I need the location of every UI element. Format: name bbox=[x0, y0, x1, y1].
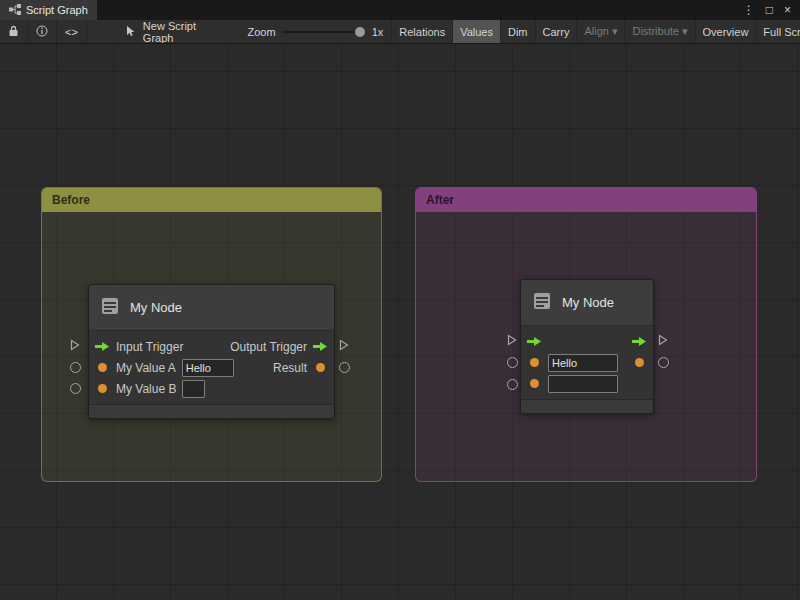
input-trigger-port-icon[interactable] bbox=[95, 341, 110, 353]
input-trigger-label: Input Trigger bbox=[116, 340, 183, 354]
window-menu-icon[interactable]: ⋮ bbox=[743, 3, 755, 17]
my-value-b-port-icon[interactable] bbox=[95, 383, 110, 395]
graph-name: New Script Graph bbox=[143, 20, 206, 44]
node-title: My Node bbox=[562, 295, 614, 310]
external-flow-port-icon[interactable] bbox=[507, 334, 517, 346]
tab-label: Script Graph bbox=[26, 4, 88, 16]
external-value-port-icon[interactable] bbox=[70, 383, 81, 394]
align-dropdown[interactable]: Align ▾ bbox=[576, 20, 624, 43]
code-view-button[interactable]: <> bbox=[57, 20, 87, 43]
my-value-a-port-icon[interactable] bbox=[95, 362, 110, 374]
pointer-icon bbox=[125, 25, 137, 39]
zoom-value: 1x bbox=[372, 26, 384, 38]
group-after-header[interactable]: After bbox=[416, 188, 756, 212]
distribute-dropdown[interactable]: Distribute ▾ bbox=[624, 20, 694, 43]
zoom-slider[interactable] bbox=[282, 31, 366, 33]
node-ports bbox=[521, 326, 653, 399]
external-flow-port-icon[interactable] bbox=[658, 334, 668, 346]
external-flow-port-icon[interactable] bbox=[339, 339, 349, 351]
toolbar-buttons: Relations Values Dim Carry Align ▾ Distr… bbox=[391, 20, 800, 43]
value-b-row bbox=[521, 373, 653, 394]
external-value-port-icon[interactable] bbox=[658, 357, 669, 368]
overview-button[interactable]: Overview bbox=[695, 20, 756, 43]
my-value-a-field[interactable] bbox=[182, 359, 234, 377]
trigger-row bbox=[521, 331, 653, 352]
info-icon bbox=[36, 25, 48, 39]
my-value-b-label: My Value B bbox=[116, 382, 176, 396]
zoom-label: Zoom bbox=[248, 26, 276, 38]
my-value-a-label: My Value A bbox=[116, 361, 176, 375]
external-value-port-icon[interactable] bbox=[507, 357, 518, 368]
group-before-header[interactable]: Before bbox=[42, 188, 381, 212]
result-port-icon[interactable] bbox=[313, 362, 328, 374]
input-trigger-port-icon[interactable] bbox=[527, 336, 542, 348]
result-port-icon[interactable] bbox=[632, 357, 647, 369]
result-label: Result bbox=[273, 361, 307, 375]
dim-button[interactable]: Dim bbox=[500, 20, 535, 43]
graph-toolbar: <> New Script Graph Zoom 1x Relations Va… bbox=[0, 20, 800, 44]
tab-script-graph[interactable]: Script Graph bbox=[0, 0, 97, 20]
node-header[interactable]: My Node bbox=[89, 285, 334, 331]
tab-bar-spacer bbox=[97, 0, 743, 20]
value-b-row: My Value B bbox=[89, 378, 334, 399]
node-icon bbox=[98, 294, 122, 322]
tab-bar: Script Graph ⋮ □ × bbox=[0, 0, 800, 20]
lock-icon bbox=[8, 25, 19, 39]
my-value-b-port-icon[interactable] bbox=[527, 378, 542, 390]
full-screen-button[interactable]: Full Screen bbox=[755, 20, 800, 43]
my-value-b-field[interactable] bbox=[182, 380, 205, 398]
node-ports: Input Trigger Output Trigger My Value A … bbox=[89, 331, 334, 404]
external-value-port-icon[interactable] bbox=[507, 379, 518, 390]
node-footer bbox=[89, 404, 334, 418]
external-flow-port-icon[interactable] bbox=[70, 339, 80, 351]
external-value-port-icon[interactable] bbox=[339, 362, 350, 373]
carry-button[interactable]: Carry bbox=[535, 20, 577, 43]
trigger-row: Input Trigger Output Trigger bbox=[89, 336, 334, 357]
graph-title-group: New Script Graph bbox=[117, 20, 214, 43]
lock-button[interactable] bbox=[0, 20, 28, 43]
window-controls: ⋮ □ × bbox=[743, 0, 800, 20]
code-icon: <> bbox=[65, 26, 78, 38]
my-value-a-field[interactable] bbox=[548, 354, 618, 372]
node-header[interactable]: My Node bbox=[521, 280, 653, 326]
script-graph-icon bbox=[9, 4, 21, 17]
zoom-control: Zoom 1x bbox=[240, 20, 392, 43]
node-my-node-before[interactable]: My Node Input Trigger Output Trigger bbox=[88, 284, 335, 419]
node-icon bbox=[530, 289, 554, 317]
output-trigger-label: Output Trigger bbox=[230, 340, 307, 354]
window-close-icon[interactable]: × bbox=[784, 3, 791, 17]
output-trigger-port-icon[interactable] bbox=[632, 336, 647, 348]
script-graph-window: Script Graph ⋮ □ × <> New Script Graph Z… bbox=[0, 0, 800, 600]
my-value-b-field[interactable] bbox=[548, 375, 618, 393]
value-a-row: My Value A Result bbox=[89, 357, 334, 378]
output-trigger-port-icon[interactable] bbox=[313, 341, 328, 353]
node-my-node-after[interactable]: My Node bbox=[520, 279, 654, 414]
info-button[interactable] bbox=[28, 20, 57, 43]
external-value-port-icon[interactable] bbox=[70, 362, 81, 373]
values-button[interactable]: Values bbox=[452, 20, 500, 43]
group-before-title: Before bbox=[52, 193, 90, 207]
graph-canvas[interactable]: Before After My Node Input Trigger bbox=[0, 44, 800, 600]
node-footer bbox=[521, 399, 653, 413]
node-title: My Node bbox=[130, 300, 182, 315]
zoom-slider-knob[interactable] bbox=[355, 27, 365, 37]
value-a-row bbox=[521, 352, 653, 373]
window-maximize-icon[interactable]: □ bbox=[766, 3, 773, 17]
my-value-a-port-icon[interactable] bbox=[527, 357, 542, 369]
group-after-title: After bbox=[426, 193, 454, 207]
relations-button[interactable]: Relations bbox=[391, 20, 452, 43]
